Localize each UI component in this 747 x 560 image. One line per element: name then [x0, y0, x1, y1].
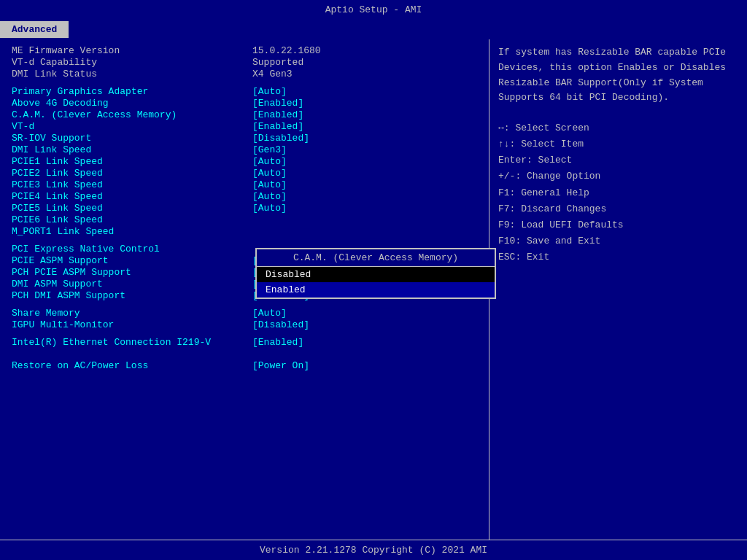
- firmware-value: 15.0.22.1680: [252, 45, 321, 56]
- pcie3-label: PCIE3 Link Speed: [12, 179, 252, 190]
- setting-pcie6[interactable]: PCIE6 Link Speed: [12, 214, 477, 225]
- setting-vtd[interactable]: VT-d [Enabled]: [12, 121, 477, 132]
- ac-power-loss-value: [Power On]: [252, 360, 309, 371]
- key-change-option: +/-: Change Option: [498, 171, 600, 182]
- pcie6-label: PCIE6 Link Speed: [12, 214, 252, 225]
- pcie4-label: PCIE4 Link Speed: [12, 191, 252, 202]
- key-f7: F7: Discard Changes: [498, 203, 606, 214]
- info-row-dmi: DMI Link Status X4 Gen3: [12, 69, 477, 79]
- cam-option-enabled[interactable]: Enabled: [257, 282, 495, 298]
- key-help-select-item: ↑↓: Select Item: [498, 136, 738, 152]
- sriov-label: SR-IOV Support: [12, 133, 252, 144]
- setting-primary-graphics[interactable]: Primary Graphics Adapter [Auto]: [12, 86, 477, 97]
- key-help-f10: F10: Save and Exit: [498, 233, 738, 249]
- tab-advanced[interactable]: Advanced: [0, 21, 69, 38]
- pcie1-label: PCIE1 Link Speed: [12, 156, 252, 167]
- pch-dmi-aspm-label: PCH DMI ASPM Support: [12, 290, 252, 301]
- setting-ac-power-loss[interactable]: Restore on AC/Power Loss [Power On]: [12, 360, 477, 371]
- setting-igpu-multi[interactable]: IGPU Multi-Monitor [Disabled]: [12, 319, 477, 330]
- setting-pcie3[interactable]: PCIE3 Link Speed [Auto]: [12, 179, 477, 190]
- setting-ethernet[interactable]: Intel(R) Ethernet Connection I219-V [Ena…: [12, 337, 477, 348]
- igpu-multi-value: [Disabled]: [252, 319, 309, 330]
- ac-power-loss-label: Restore on AC/Power Loss: [12, 360, 252, 371]
- setting-pcie2[interactable]: PCIE2 Link Speed [Auto]: [12, 168, 477, 179]
- igpu-multi-label: IGPU Multi-Monitor: [12, 319, 252, 330]
- pcie5-label: PCIE5 Link Speed: [12, 203, 252, 214]
- ethernet-label: Intel(R) Ethernet Connection I219-V: [12, 337, 252, 348]
- setting-sriov[interactable]: SR-IOV Support [Disabled]: [12, 133, 477, 144]
- primary-graphics-label: Primary Graphics Adapter: [12, 86, 252, 97]
- pcie2-value: [Auto]: [252, 168, 287, 179]
- vtd-cap-label: VT-d Capability: [12, 57, 252, 68]
- pcie2-label: PCIE2 Link Speed: [12, 168, 252, 179]
- menu-bar: Advanced: [0, 20, 747, 39]
- setting-pcie1[interactable]: PCIE1 Link Speed [Auto]: [12, 156, 477, 167]
- setting-above4g[interactable]: Above 4G Decoding [Enabled]: [12, 98, 477, 109]
- firmware-label: ME Firmware Version: [12, 45, 252, 56]
- dmi-link-speed-label: DMI Link Speed: [12, 144, 252, 155]
- footer: Version 2.21.1278 Copyright (C) 2021 AMI: [0, 540, 747, 560]
- setting-share-memory[interactable]: Share Memory [Auto]: [12, 308, 477, 319]
- setting-pcie4[interactable]: PCIE4 Link Speed [Auto]: [12, 191, 477, 202]
- share-memory-value: [Auto]: [252, 308, 287, 319]
- key-help-enter: Enter: Select: [498, 152, 738, 168]
- key-select-screen: ↔: Select Screen: [498, 122, 589, 133]
- key-help-change-option: +/-: Change Option: [498, 168, 738, 184]
- help-text: If system has Resizable BAR capable PCIe…: [498, 45, 738, 106]
- key-help-esc: ESC: Exit: [498, 249, 738, 265]
- cam-option-disabled[interactable]: Disabled: [257, 267, 495, 282]
- setting-pcie5[interactable]: PCIE5 Link Speed [Auto]: [12, 203, 477, 214]
- primary-graphics-value: [Auto]: [252, 86, 287, 97]
- footer-text: Version 2.21.1278 Copyright (C) 2021 AMI: [260, 545, 487, 556]
- setting-cam[interactable]: C.A.M. (Clever Access Memory) [Enabled]: [12, 109, 477, 120]
- pcie3-value: [Auto]: [252, 179, 287, 190]
- key-f1: F1: General Help: [498, 187, 589, 198]
- key-help-f9: F9: Load UEFI Defaults: [498, 217, 738, 233]
- key-f10: F10: Save and Exit: [498, 236, 600, 246]
- info-row-vtd-cap: VT-d Capability Supported: [12, 57, 477, 68]
- info-row-firmware: ME Firmware Version 15.0.22.1680: [12, 45, 477, 56]
- above4g-label: Above 4G Decoding: [12, 98, 252, 109]
- key-esc: ESC: Exit: [498, 252, 549, 262]
- above4g-value: [Enabled]: [252, 98, 303, 109]
- cam-value: [Enabled]: [252, 109, 303, 120]
- pcie5-value: [Auto]: [252, 203, 287, 214]
- cam-dropdown-title: C.A.M. (Clever Access Memory): [257, 249, 495, 267]
- setting-dmi-link-speed[interactable]: DMI Link Speed [Gen3]: [12, 144, 477, 155]
- vtd-value: [Enabled]: [252, 121, 303, 132]
- dmi-value: X4 Gen3: [252, 69, 293, 79]
- key-help-f7: F7: Discard Changes: [498, 201, 738, 217]
- cam-label: C.A.M. (Clever Access Memory): [12, 109, 252, 120]
- right-panel: If system has Resizable BAR capable PCIe…: [489, 39, 747, 541]
- key-help-select-screen: ↔: Select Screen: [498, 120, 738, 136]
- app-title: Aptio Setup - AMI: [325, 4, 422, 15]
- pch-pcie-aspm-label: PCH PCIE ASPM Support: [12, 267, 252, 278]
- cam-dropdown-popup: C.A.M. (Clever Access Memory) Disabled E…: [255, 248, 496, 299]
- mport1-label: M_PORT1 Link Speed: [12, 226, 252, 237]
- dmi-link-speed-value: [Gen3]: [252, 144, 287, 155]
- title-bar: Aptio Setup - AMI: [0, 0, 747, 20]
- key-f9: F9: Load UEFI Defaults: [498, 219, 624, 230]
- share-memory-label: Share Memory: [12, 308, 252, 319]
- key-help-f1: F1: General Help: [498, 185, 738, 201]
- pcie-aspm-label: PCIE ASPM Support: [12, 255, 252, 266]
- sriov-value: [Disabled]: [252, 133, 309, 144]
- dmi-label: DMI Link Status: [12, 69, 252, 79]
- vtd-label: VT-d: [12, 121, 252, 132]
- pcie4-value: [Auto]: [252, 191, 287, 202]
- pci-native-label: PCI Express Native Control: [12, 244, 252, 254]
- key-enter: Enter: Select: [498, 155, 572, 166]
- pcie1-value: [Auto]: [252, 156, 287, 167]
- vtd-cap-value: Supported: [252, 57, 303, 68]
- setting-mport1[interactable]: M_PORT1 Link Speed: [12, 226, 477, 237]
- ethernet-value: [Enabled]: [252, 337, 303, 348]
- dmi-aspm-label: DMI ASPM Support: [12, 279, 252, 289]
- key-select-item: ↑↓: Select Item: [498, 139, 584, 149]
